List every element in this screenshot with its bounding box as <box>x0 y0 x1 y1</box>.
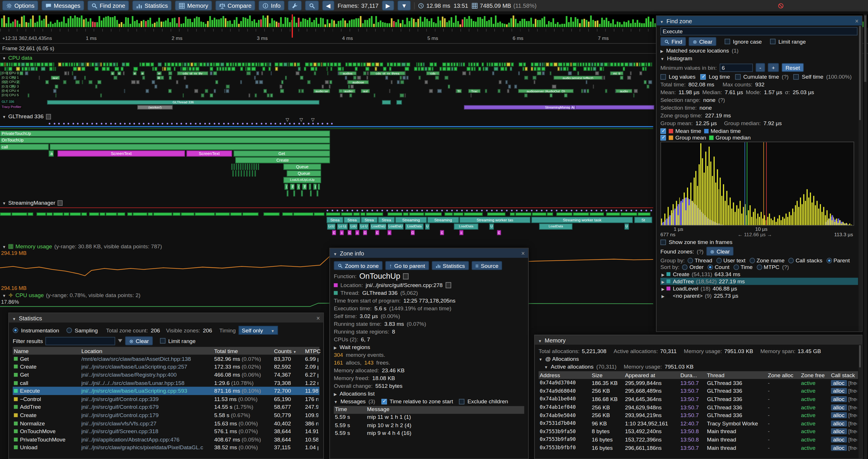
frame-bar[interactable] <box>10 23 12 27</box>
cpu-activity-block[interactable] <box>352 63 356 66</box>
cpu-activity-block[interactable] <box>446 63 450 66</box>
zone[interactable] <box>241 170 242 176</box>
timing-select[interactable]: Self only <box>239 326 278 335</box>
tools-button[interactable] <box>288 1 302 11</box>
collapse-icon[interactable] <box>334 398 338 404</box>
cpu-activity-block[interactable] <box>397 63 401 66</box>
frame-bar[interactable] <box>497 23 499 27</box>
cpu-zone[interactable]: R <box>157 76 161 79</box>
zone[interactable] <box>249 164 250 170</box>
cpu-activity-block[interactable] <box>348 63 352 66</box>
frame-bar[interactable] <box>216 19 218 27</box>
filter-input[interactable] <box>46 337 116 345</box>
group-by-radio[interactable]: Parent <box>826 257 850 263</box>
message-dot[interactable] <box>194 123 196 125</box>
message-dot[interactable] <box>496 209 498 211</box>
zone[interactable]: Lo U <box>359 224 369 230</box>
cpu-activity-block[interactable] <box>418 63 420 66</box>
frame-bar[interactable] <box>395 22 397 27</box>
cpu-activity-block[interactable] <box>519 71 520 75</box>
expand-icon[interactable] <box>660 47 663 54</box>
cpu-activity-block[interactable] <box>468 63 470 66</box>
collapse-icon[interactable] <box>538 337 542 343</box>
message-dot[interactable] <box>371 209 373 211</box>
cpu-activity-block[interactable] <box>13 63 17 66</box>
cpu-activity-block[interactable] <box>507 63 510 66</box>
cpu-activity-block[interactable] <box>459 63 460 66</box>
cpu-activity-block[interactable] <box>95 67 98 71</box>
cpu-activity-block[interactable] <box>131 80 135 84</box>
cpu-activity-block[interactable] <box>254 76 256 79</box>
frame-bar[interactable] <box>501 23 503 27</box>
cpu-zone[interactable]: mi_ti <box>610 71 623 75</box>
cpu-activity-block[interactable] <box>8 67 12 71</box>
cpu-activity-block[interactable] <box>389 67 392 71</box>
frame-bar[interactable] <box>455 15 457 27</box>
cpu-activity-block[interactable] <box>146 89 149 93</box>
cpu-zone[interactable]: audio <box>616 89 632 93</box>
frame-bar[interactable] <box>340 21 342 27</box>
window-scrollbar[interactable] <box>859 345 861 459</box>
cpu-activity-block[interactable] <box>541 67 546 71</box>
memory-titlebar[interactable]: Memory <box>535 335 862 345</box>
message-dot[interactable] <box>481 209 483 211</box>
cpu-activity-block[interactable] <box>116 63 118 66</box>
cpu-activity-block[interactable] <box>95 85 97 89</box>
message-dot[interactable] <box>566 209 567 211</box>
cpu-activity-block[interactable] <box>210 94 213 97</box>
cpu-activity-block[interactable] <box>231 67 235 71</box>
cpu-activity-block[interactable] <box>199 63 203 66</box>
find-zone-titlebar[interactable]: Find zone <box>657 16 862 26</box>
cpu-activity-block[interactable] <box>279 63 283 66</box>
cpu-zone[interactable]: StreamingManager <box>464 105 654 109</box>
cpu-activity-block[interactable] <box>251 67 256 71</box>
frame-bar[interactable] <box>309 18 310 27</box>
frame-bar[interactable] <box>588 22 590 27</box>
frame-bar[interactable] <box>324 24 326 27</box>
frame-bar[interactable] <box>362 23 364 27</box>
cpu-activity-block[interactable] <box>573 67 576 71</box>
cpu-activity-block[interactable] <box>255 63 257 66</box>
frame-bar[interactable] <box>614 24 616 27</box>
cpu-activity-block[interactable] <box>271 71 272 75</box>
zone[interactable]: LoadDaU <box>370 224 386 230</box>
cpu-activity-block[interactable] <box>75 63 79 66</box>
cpu-activity-block[interactable] <box>297 63 300 66</box>
cpu-zone[interactable]: audios <box>339 71 357 75</box>
frame-bar[interactable] <box>287 18 288 27</box>
message-dot[interactable] <box>392 209 393 211</box>
zone[interactable]: U <box>624 224 629 230</box>
cpu-activity-block[interactable] <box>240 80 242 84</box>
frame-bar[interactable] <box>344 21 346 27</box>
cpu-activity-block[interactable] <box>572 63 577 66</box>
cpu-activity-block[interactable] <box>525 67 527 71</box>
allocation-row[interactable]: 0x7553b9fbf0 16 bytes 296,661,186ns 13:5… <box>538 444 858 452</box>
frame-bar[interactable] <box>322 18 324 27</box>
cpu-activity-block[interactable] <box>301 89 304 93</box>
alloc-callstack-button[interactable]: alloc <box>831 420 847 426</box>
cpu-activity-block[interactable] <box>258 63 260 66</box>
cpu-zone[interactable] <box>396 100 402 104</box>
cpu-activity-block[interactable] <box>442 63 446 66</box>
frame-menu-button[interactable]: ▼ <box>397 1 411 11</box>
frame-bar[interactable] <box>285 17 286 27</box>
frame-bar[interactable] <box>209 16 211 27</box>
collapse-icon[interactable] <box>660 18 663 24</box>
frame-bar[interactable] <box>313 20 315 27</box>
cpu-activity-block[interactable] <box>34 63 36 66</box>
cpu-activity-block[interactable] <box>142 76 145 79</box>
zone[interactable] <box>301 190 303 196</box>
alloc-callstack-button[interactable]: alloc <box>831 412 847 418</box>
message-dot[interactable] <box>91 123 93 125</box>
message-dot[interactable] <box>327 209 328 211</box>
frame-bar[interactable] <box>530 18 532 27</box>
frame-bar[interactable] <box>125 17 127 27</box>
cpu-activity-block[interactable] <box>322 85 324 89</box>
allocation-row[interactable]: 0x7531d7b040 96 KB 1:10 234,952,161 12:4… <box>538 419 858 427</box>
frame-bar[interactable] <box>420 17 421 27</box>
cpu-activity-block[interactable] <box>584 89 586 93</box>
cpu-activity-block[interactable] <box>608 63 610 66</box>
cpu-activity-block[interactable] <box>645 63 647 66</box>
cpu-activity-block[interactable] <box>400 76 402 79</box>
frame-bar[interactable] <box>59 22 60 27</box>
